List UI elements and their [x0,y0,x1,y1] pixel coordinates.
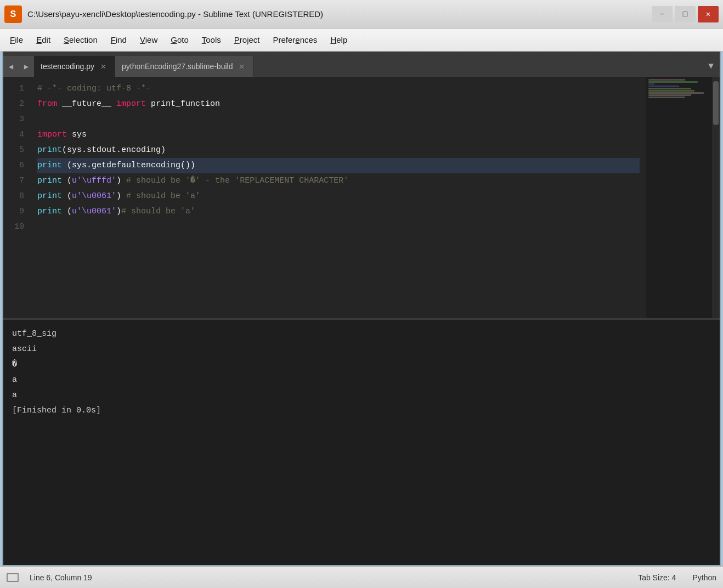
window-controls: ─ □ ✕ [652,6,719,22]
code-span: print [37,173,62,189]
code-span: # should be 'a' [121,204,195,219]
line-num-8: 8 [3,189,24,204]
code-span: # -*- coding: utf-8 -*- [37,81,151,97]
code-line-5: print (sys.stdout.encoding) [37,143,640,158]
window-title: C:\Users\payu-xencli\Desktop\testencodin… [27,9,652,19]
code-span: ) [116,204,121,219]
output-line-5: a [12,388,711,403]
code-line-3 [37,112,640,127]
code-line-6: print (sys.getdefaultencoding()) [37,158,640,173]
line-num-10: 10 [3,219,24,235]
cursor-position: Line 6, Column 19 [30,573,92,582]
status-bar: Line 6, Column 19 Tab Size: 4 Python [0,566,723,588]
menu-preferences[interactable]: Preferences [266,33,324,47]
maximize-button[interactable]: □ [675,6,696,22]
code-span: ( [62,204,72,219]
code-span: print [37,204,62,219]
line-num-7: 7 [3,173,24,189]
tab-pythonencoding[interactable]: pythonEncoding27.sublime-build ✕ [115,56,253,77]
code-span: sys [67,127,87,143]
line-num-4: 4 [3,127,24,143]
output-line-2: ascii [12,342,711,357]
line-num-1: 1 [3,81,24,97]
tab-nav-left[interactable]: ◀ [3,56,19,77]
code-span: # should be '�' - the 'REPLACEMENT CHARA… [126,173,348,189]
code-span: (sys.getdefaultencoding()) [62,158,195,173]
mini-line [648,92,704,94]
mini-line [648,86,679,87]
main-window: ◀ ▶ testencoding.py ✕ pythonEncoding27.s… [2,52,721,566]
mini-line [648,88,691,89]
menu-help[interactable]: Help [324,33,354,47]
tab-pythonencoding-close[interactable]: ✕ [237,62,246,71]
line-num-9: 9 [3,204,24,219]
line-num-5: 5 [3,143,24,158]
menu-find[interactable]: Find [104,33,133,47]
menu-file[interactable]: File [3,33,30,47]
minimap [646,77,712,318]
menu-view[interactable]: View [133,33,164,47]
code-span: import [37,127,67,143]
minimap-content [646,77,712,318]
code-span: ) [116,173,126,189]
mini-line [648,79,685,81]
editor-area: 1 2 3 4 5 6 7 8 9 10 # -*- coding: utf-8… [3,77,720,318]
title-bar: S C:\Users\payu-xencli\Desktop\testencod… [0,0,723,29]
code-line-4: import sys [37,127,640,143]
tab-testencoding[interactable]: testencoding.py ✕ [34,56,115,77]
output-content: utf_8_sig ascii � a a [Finished in 0.0s] [3,320,720,565]
line-numbers: 1 2 3 4 5 6 7 8 9 10 [3,77,31,318]
code-span: u'\u0061' [72,204,116,219]
code-span: from [37,97,57,112]
tab-overflow-button[interactable]: ▼ [702,56,720,77]
menu-selection[interactable]: Selection [57,33,104,47]
code-span: __future__ [57,97,116,112]
menu-tools[interactable]: Tools [195,33,228,47]
mini-line [648,81,698,83]
output-finished-text: [Finished in 0.0s] [12,403,101,419]
mini-line [648,90,694,92]
close-button[interactable]: ✕ [698,6,719,22]
minimize-button[interactable]: ─ [652,6,673,22]
code-line-1: # -*- coding: utf-8 -*- [37,81,640,97]
code-line-2: from __future__ import print_function [37,97,640,112]
scrollbar-thumb[interactable] [713,81,719,125]
output-text: � [12,357,17,372]
tab-bar: ◀ ▶ testencoding.py ✕ pythonEncoding27.s… [3,52,720,77]
output-line-6: [Finished in 0.0s] [12,403,711,419]
code-span: ( [62,173,72,189]
tab-size[interactable]: Tab Size: 4 [638,573,676,582]
mini-line [648,97,685,98]
tab-nav-right[interactable]: ▶ [19,56,34,77]
menu-project[interactable]: Project [228,33,267,47]
vertical-scrollbar[interactable] [712,77,720,318]
file-icon [7,573,19,582]
output-text: a [12,372,17,388]
code-line-7: print ( u'\ufffd' ) # should be '�' - th… [37,173,640,189]
line-num-2: 2 [3,97,24,112]
code-line-8: print ( u'\u0061' ) # should be 'a' [37,189,640,204]
tab-pythonencoding-label: pythonEncoding27.sublime-build [122,62,233,71]
menu-goto[interactable]: Goto [164,33,195,47]
code-editor[interactable]: # -*- coding: utf-8 -*- from __future__ … [31,77,646,318]
code-span: # should be 'a' [126,189,200,204]
output-panel: utf_8_sig ascii � a a [Finished in 0.0s] [3,318,720,565]
output-line-3: � [12,357,711,372]
code-span: print_function [146,97,220,112]
status-right: Tab Size: 4 Python [638,573,716,582]
code-span: print [37,158,62,173]
code-line-9: print ( u'\u0061' ) # should be 'a' [37,204,640,219]
mini-line [648,94,691,96]
menu-edit[interactable]: Edit [30,33,57,47]
output-line-4: a [12,372,711,388]
tab-testencoding-close[interactable]: ✕ [99,62,108,71]
code-span: u'\ufffd' [72,173,116,189]
language-mode[interactable]: Python [692,573,716,582]
tab-testencoding-label: testencoding.py [41,62,94,71]
code-span: ( [62,189,72,204]
output-text: a [12,388,17,403]
code-span: u'\u0061' [72,189,116,204]
app-icon: S [4,5,22,23]
code-line-10 [37,219,640,235]
menu-bar: File Edit Selection Find View Goto Tools… [0,29,723,52]
